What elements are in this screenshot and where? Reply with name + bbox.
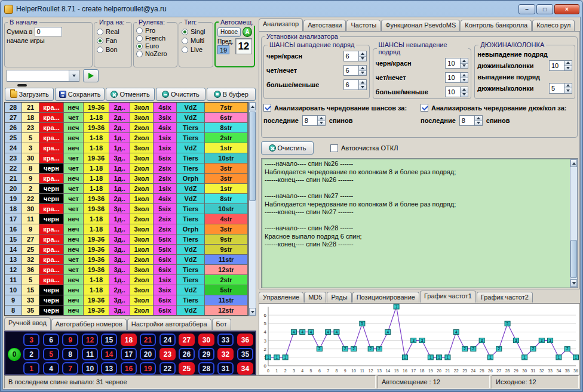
radio-icon[interactable]: [136, 27, 143, 34]
cancel-button[interactable]: Отменить: [106, 88, 155, 101]
tab-Автограббер номеров[interactable]: Автограббер номеров: [51, 319, 127, 330]
numpad-18[interactable]: 18: [121, 334, 137, 346]
tab-График частот1[interactable]: График частот1: [420, 291, 476, 303]
spins-table[interactable]: 2821кра...неч19-362д..3кол4sixVdZ7str271…: [4, 102, 248, 316]
radio-icon[interactable]: [182, 47, 188, 53]
alt-dozens-checkbox[interactable]: [421, 104, 428, 112]
radio-option-Real[interactable]: Real: [97, 28, 129, 35]
spinner[interactable]: 8: [302, 115, 326, 126]
log-scrollbar[interactable]: [570, 159, 578, 288]
spinner-up-icon[interactable]: [564, 61, 572, 66]
tab-Управление[interactable]: Управление: [259, 292, 303, 303]
spinner[interactable]: 10: [445, 87, 468, 97]
numpad-17[interactable]: 17: [121, 348, 137, 360]
spinner-down-icon[interactable]: [359, 85, 366, 90]
numpad-33[interactable]: 33: [217, 334, 234, 346]
spinner-value[interactable]: 6: [343, 51, 359, 61]
radio-option-Live[interactable]: Live: [182, 46, 210, 53]
numpad-23[interactable]: 23: [159, 348, 176, 360]
numpad-29[interactable]: 29: [198, 348, 214, 360]
spinner-down-icon[interactable]: [461, 92, 468, 97]
spinner-up-icon[interactable]: [318, 116, 325, 121]
numpad-5[interactable]: 5: [43, 348, 59, 360]
spinner-up-icon[interactable]: [461, 87, 468, 92]
maximize-button[interactable]: □: [536, 4, 553, 14]
spinner[interactable]: 5: [549, 83, 572, 94]
numpad-0[interactable]: 0: [8, 348, 21, 361]
radio-option-French[interactable]: French: [136, 35, 174, 42]
spinner-value[interactable]: 10: [445, 58, 461, 69]
log-scroll-down-button[interactable]: [570, 279, 577, 287]
radio-icon[interactable]: [97, 29, 103, 35]
alt-chances-checkbox[interactable]: [263, 104, 271, 112]
spinner[interactable]: 10: [445, 72, 468, 83]
numpad-7[interactable]: 7: [62, 362, 78, 375]
spinner[interactable]: 6: [343, 79, 367, 90]
tab-MD5[interactable]: MD5: [304, 292, 326, 303]
spinner-up-icon[interactable]: [461, 73, 468, 78]
spinner[interactable]: 8: [459, 115, 483, 126]
tab-График частот2[interactable]: График частот2: [477, 292, 533, 303]
numpad-34[interactable]: 34: [237, 362, 253, 375]
tab-Функционал PsevdoMS[interactable]: Функционал PsevdoMS: [381, 20, 460, 31]
start-sum-input[interactable]: [35, 27, 62, 36]
spinner-up-icon[interactable]: [475, 116, 482, 121]
spinner[interactable]: 6: [343, 65, 367, 76]
numpad-32[interactable]: 32: [217, 348, 234, 360]
spinner-up-icon[interactable]: [564, 84, 572, 88]
save-button[interactable]: Сохранить: [55, 88, 104, 101]
spinner-up-icon[interactable]: [359, 51, 366, 56]
numpad-2[interactable]: 2: [23, 348, 39, 360]
radio-icon[interactable]: [97, 38, 103, 44]
numpad-13[interactable]: 13: [101, 362, 117, 375]
numpad-9[interactable]: 9: [62, 334, 78, 346]
spinner-down-icon[interactable]: [461, 78, 468, 83]
load-button[interactable]: Загрузить: [5, 88, 54, 101]
numpad-28[interactable]: 28: [198, 362, 214, 375]
numpad-3[interactable]: 3: [23, 334, 39, 346]
scroll-down-button[interactable]: [249, 308, 256, 316]
numpad-15[interactable]: 15: [101, 334, 117, 346]
radio-icon[interactable]: [136, 35, 143, 42]
spinner-up-icon[interactable]: [359, 80, 366, 85]
spinner-value[interactable]: 8: [302, 115, 318, 126]
close-button[interactable]: ×: [554, 4, 579, 14]
spinner-down-icon[interactable]: [318, 121, 325, 126]
log-scroll-up-button[interactable]: [570, 159, 577, 167]
tab-Частоты[interactable]: Частоты: [346, 20, 381, 31]
radio-option-Euro[interactable]: Euro: [136, 42, 174, 50]
tab-Настройки автограббера[interactable]: Настройки автограббера: [127, 319, 211, 330]
radio-icon[interactable]: [182, 29, 188, 35]
spinner-up-icon[interactable]: [461, 58, 468, 63]
table-scrollbar-thumb[interactable]: [249, 112, 256, 201]
autoclear-checkbox[interactable]: [330, 144, 338, 152]
numpad-19[interactable]: 19: [140, 362, 156, 375]
spinner-value[interactable]: 6: [343, 79, 359, 90]
tab-Ряды[interactable]: Ряды: [327, 292, 351, 303]
spinner[interactable]: 10: [445, 58, 468, 69]
spinner[interactable]: 6: [343, 51, 367, 61]
spinner-down-icon[interactable]: [359, 70, 366, 76]
a-button[interactable]: A: [243, 27, 252, 37]
radio-option-Bon[interactable]: Bon: [97, 46, 129, 53]
numpad-20[interactable]: 20: [140, 348, 156, 360]
spinner-up-icon[interactable]: [359, 66, 366, 70]
radio-option-Multi[interactable]: Multi: [182, 37, 210, 44]
numpad-10[interactable]: 10: [82, 362, 98, 375]
numpad-22[interactable]: 22: [159, 362, 176, 375]
numpad-16[interactable]: 16: [121, 362, 137, 375]
tab-Позиционирование[interactable]: Позиционирование: [352, 292, 419, 303]
spinner-value[interactable]: 8: [459, 115, 475, 126]
numpad-35[interactable]: 35: [237, 348, 253, 360]
spinner-value[interactable]: 10: [445, 87, 461, 97]
spinner-value[interactable]: 5: [549, 83, 564, 94]
numpad-26[interactable]: 26: [179, 348, 195, 360]
tab-Контроль банкролла[interactable]: Контроль банкролла: [461, 20, 532, 31]
table-scrollbar[interactable]: [248, 102, 256, 316]
titlebar[interactable]: HelperRoullet 8.71 - create helperroulle…: [1, 1, 582, 16]
spinner-down-icon[interactable]: [475, 121, 482, 126]
numpad-36[interactable]: 36: [237, 334, 253, 346]
buffer-button[interactable]: В буфер: [207, 88, 256, 101]
spinner-value[interactable]: 10: [549, 60, 564, 71]
spinner-down-icon[interactable]: [461, 63, 468, 69]
